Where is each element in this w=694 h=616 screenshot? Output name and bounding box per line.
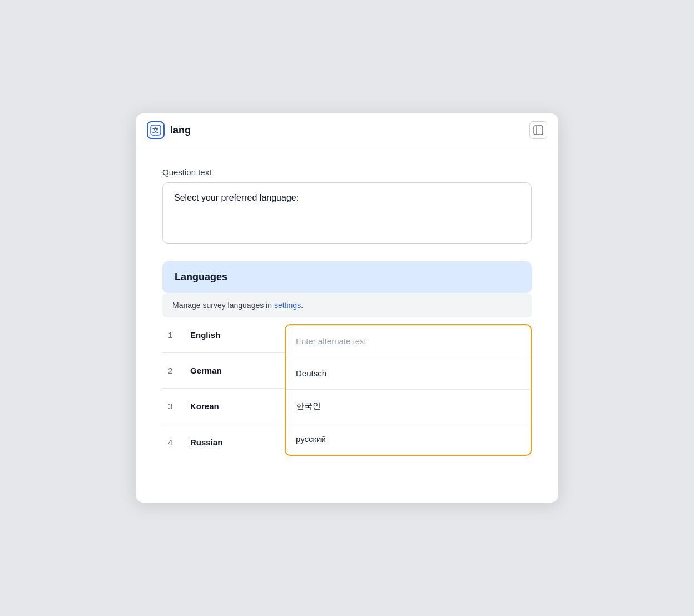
alt-text-value-3[interactable]: 한국인 bbox=[286, 390, 531, 423]
question-text-label: Question text bbox=[162, 167, 532, 177]
alt-text-column: Enter alternate text Deutsch 한국인 русский bbox=[285, 317, 532, 463]
lang-num-3: 3 bbox=[162, 389, 185, 423]
alt-text-input-1[interactable]: Enter alternate text bbox=[286, 325, 531, 357]
sidebar-toggle-button[interactable] bbox=[529, 121, 547, 139]
titlebar-left: 文 A lang bbox=[147, 121, 191, 139]
lang-num-1: 1 bbox=[162, 318, 185, 352]
app-icon: 文 A bbox=[147, 121, 165, 139]
svg-text:A: A bbox=[156, 127, 158, 131]
lang-names-col: 1 English 2 German 3 bbox=[162, 317, 285, 463]
lang-name-4: Russian bbox=[185, 425, 251, 459]
question-text-box[interactable]: Select your preferred language: bbox=[162, 182, 532, 244]
table-row: 2 German bbox=[162, 353, 285, 389]
manage-info-bar: Manage survey languages in settings. bbox=[162, 293, 532, 317]
lang-num-4: 4 bbox=[162, 425, 185, 459]
question-text-value: Select your preferred language: bbox=[174, 193, 299, 202]
lang-num-2: 2 bbox=[162, 354, 185, 388]
alt-text-value-2[interactable]: Deutsch bbox=[286, 357, 531, 389]
language-table: 1 English 2 German 3 bbox=[162, 317, 532, 463]
alt-text-value-4[interactable]: русский bbox=[286, 423, 531, 455]
alt-text-highlight-box: Enter alternate text Deutsch 한국인 русский bbox=[285, 324, 532, 456]
app-window: 文 A lang Question text Select your prefe… bbox=[136, 113, 558, 503]
lang-name-3: Korean bbox=[185, 389, 251, 423]
table-row: 4 Russian bbox=[162, 424, 285, 460]
languages-heading: Languages bbox=[175, 271, 227, 282]
languages-header: Languages bbox=[162, 261, 532, 293]
alt-text-row-2: Deutsch bbox=[286, 357, 531, 390]
app-title: lang bbox=[170, 125, 191, 136]
svg-rect-4 bbox=[534, 126, 543, 135]
settings-link[interactable]: settings bbox=[274, 301, 301, 310]
manage-suffix: . bbox=[301, 301, 303, 310]
alt-text-row-1: Enter alternate text bbox=[286, 325, 531, 357]
main-content: Question text Select your preferred lang… bbox=[136, 147, 558, 503]
titlebar: 文 A lang bbox=[136, 113, 558, 147]
alt-text-row-4: русский bbox=[286, 423, 531, 455]
alt-text-row-3: 한국인 bbox=[286, 390, 531, 423]
lang-name-2: German bbox=[185, 354, 251, 388]
manage-text: Manage survey languages in bbox=[172, 301, 274, 310]
lang-name-1: English bbox=[185, 318, 251, 352]
table-row: 1 English bbox=[162, 317, 285, 353]
table-row: 3 Korean bbox=[162, 389, 285, 424]
